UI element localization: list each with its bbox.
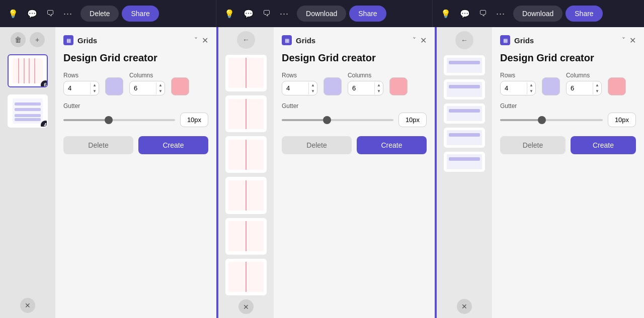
gutter-slider-thumb-2[interactable]: [323, 116, 331, 124]
lightbulb-icon-2[interactable]: 💡: [221, 7, 237, 21]
canvas-thumb-2-4[interactable]: [225, 177, 267, 214]
columns-input-3[interactable]: [567, 81, 593, 95]
lightbulb-icon-1[interactable]: 💡: [5, 7, 21, 21]
gutter-input-2[interactable]: [398, 113, 427, 127]
delete-button-1[interactable]: Delete: [63, 136, 133, 154]
delete-button-3[interactable]: Delete: [500, 136, 566, 154]
rows-input-2[interactable]: [282, 81, 308, 95]
back-button-2[interactable]: ←: [237, 31, 255, 49]
canvas-thumb-2-3[interactable]: [225, 136, 267, 173]
comment-icon-2[interactable]: 🗨: [260, 7, 274, 20]
close-canvas-button-1[interactable]: ✕: [20, 298, 35, 313]
add-page-button-1[interactable]: +: [30, 32, 45, 47]
canvas-thumb-2-6[interactable]: [225, 259, 267, 295]
rows-input-container-2: ▲ ▼: [282, 81, 317, 95]
chat-icon-2[interactable]: 💬: [240, 7, 257, 21]
rows-down-1[interactable]: ▼: [91, 88, 99, 94]
canvas-thumb-3-2[interactable]: [444, 79, 485, 99]
chevron-down-button-2[interactable]: ˅: [413, 36, 416, 44]
plugin-panel-1: ▦ Grids ˅ ✕ Design Grid creator Rows ▲: [55, 27, 216, 318]
gutter-slider-thumb-3[interactable]: [538, 116, 546, 124]
gutter-input-3[interactable]: [608, 113, 636, 127]
create-button-3[interactable]: Create: [571, 136, 636, 154]
panel-header-right-3: ˅ ✕: [622, 36, 636, 45]
rows-group-1: Rows ▲ ▼: [63, 72, 99, 95]
columns-down-2[interactable]: ▼: [375, 88, 383, 94]
gutter-slider-track-3: [500, 119, 603, 121]
more-icon-2[interactable]: ···: [277, 7, 292, 21]
panel-close-button-3[interactable]: ✕: [629, 36, 636, 45]
thumbnail-1[interactable]: 6: [8, 54, 48, 87]
share-button-3[interactable]: Share: [566, 6, 602, 22]
gutter-slider-fill-2: [282, 119, 327, 121]
columns-down-1[interactable]: ▼: [156, 88, 165, 94]
columns-label-1: Columns: [129, 72, 165, 79]
back-button-3[interactable]: ←: [455, 31, 473, 49]
rows-up-1[interactable]: ▲: [91, 82, 99, 88]
chat-icon-3[interactable]: 💬: [457, 7, 473, 21]
chat-icon-1[interactable]: 💬: [24, 7, 40, 21]
rows-color-swatch-2[interactable]: [324, 77, 342, 95]
comment-icon-3[interactable]: 🗨: [476, 7, 490, 20]
lightbulb-icon-3[interactable]: 💡: [438, 7, 454, 21]
gutter-input-1[interactable]: [180, 113, 208, 127]
canvas-thumb-3-5[interactable]: [444, 152, 485, 172]
design-title-2: Design Grid creator: [282, 52, 427, 64]
btn-row-2: Delete Create: [282, 136, 427, 154]
columns-label-3: Columns: [566, 72, 602, 79]
columns-up-3[interactable]: ▲: [593, 82, 601, 88]
columns-up-2[interactable]: ▲: [375, 82, 383, 88]
delete-page-button-1[interactable]: 🗑: [11, 32, 26, 47]
gutter-slider-container-3: [500, 115, 603, 125]
comment-icon-1[interactable]: 🗨: [43, 7, 57, 20]
more-icon-1[interactable]: ···: [60, 7, 75, 21]
close-canvas-button-3[interactable]: ✕: [457, 299, 472, 314]
rows-up-2[interactable]: ▲: [309, 82, 317, 88]
rows-color-swatch-1[interactable]: [105, 77, 123, 95]
rows-up-3[interactable]: ▲: [527, 82, 535, 88]
panel-close-button-2[interactable]: ✕: [420, 36, 427, 45]
rows-input-3[interactable]: [501, 81, 527, 95]
create-button-1[interactable]: Create: [138, 136, 208, 154]
panel-title-1: Grids: [77, 36, 97, 45]
share-button-2[interactable]: Share: [349, 6, 386, 22]
rows-down-2[interactable]: ▼: [309, 88, 317, 94]
rows-color-swatch-3[interactable]: [542, 77, 560, 95]
rows-down-3[interactable]: ▼: [527, 88, 535, 94]
plugin-panel-3: ▦ Grids ˅ ✕ Design Grid creator Rows ▲: [492, 27, 644, 318]
canvas-thumb-3-4[interactable]: [444, 128, 485, 148]
more-icon-3[interactable]: ···: [493, 7, 508, 21]
panel-title-3: Grids: [514, 36, 534, 45]
canvas-thumb-3-1[interactable]: [444, 55, 485, 75]
panel-close-button-1[interactable]: ✕: [202, 36, 208, 45]
columns-up-1[interactable]: ▲: [156, 82, 165, 88]
create-button-2[interactable]: Create: [357, 136, 427, 154]
canvas-thumb-2-1[interactable]: [225, 55, 267, 91]
canvas-thumb-2-5[interactable]: [225, 218, 267, 255]
columns-input-1[interactable]: [130, 81, 156, 95]
canvas-thumb-3-3[interactable]: [444, 103, 485, 124]
share-button-1[interactable]: Share: [122, 6, 158, 22]
columns-color-swatch-1[interactable]: [171, 77, 189, 95]
rows-input-1[interactable]: [64, 81, 90, 95]
download-button-3[interactable]: Download: [513, 6, 562, 22]
columns-input-2[interactable]: [348, 81, 374, 95]
chevron-down-button-1[interactable]: ˅: [194, 36, 198, 44]
form-row-1: Rows ▲ ▼ Columns: [63, 72, 208, 95]
delete-button-2[interactable]: Delete: [282, 136, 352, 154]
columns-down-3[interactable]: ▼: [593, 88, 601, 94]
thumbnail-2[interactable]: 4: [8, 94, 48, 128]
design-title-3: Design Grid creator: [500, 52, 636, 64]
panel-header-right-1: ˅ ✕: [194, 36, 208, 45]
chevron-down-button-3[interactable]: ˅: [622, 36, 625, 44]
download-button-2[interactable]: Download: [297, 6, 346, 22]
columns-color-swatch-3[interactable]: [608, 77, 626, 95]
canvas-thumb-2-2[interactable]: [225, 95, 267, 132]
panel-header-left-2: ▦ Grids: [282, 35, 315, 45]
grid-plugin-icon-3: ▦: [500, 35, 510, 45]
download-button-1[interactable]: Delete: [80, 6, 119, 22]
columns-color-swatch-2[interactable]: [389, 77, 408, 95]
gutter-slider-thumb-1[interactable]: [105, 116, 113, 124]
close-canvas-button-2[interactable]: ✕: [238, 299, 254, 314]
gutter-section-1: Gutter: [63, 102, 208, 127]
